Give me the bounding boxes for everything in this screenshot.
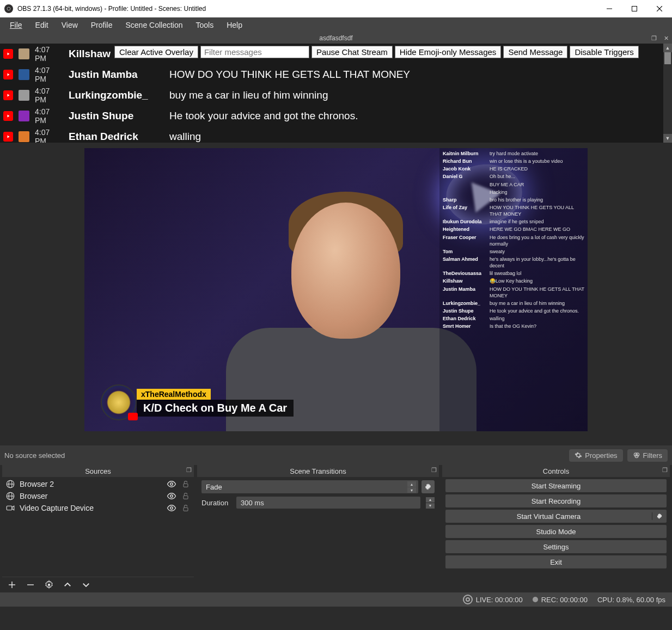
overlay-chat-text: Hacking bbox=[490, 189, 584, 195]
message-time: 4:07 PM bbox=[35, 66, 63, 83]
overlay-chat-row: Smrt HomerIs that the OG Kevin? bbox=[443, 323, 584, 329]
settings-button[interactable]: Settings bbox=[445, 540, 667, 553]
overlay-chat-username: Tom bbox=[443, 248, 486, 255]
svg-point-38 bbox=[48, 584, 51, 586]
filter-messages-input[interactable] bbox=[200, 46, 309, 58]
window-minimize-button[interactable] bbox=[597, 0, 622, 17]
disable-triggers-button[interactable]: Disable Triggers bbox=[570, 46, 638, 58]
overlay-chat-username: Justin Mamba bbox=[443, 286, 486, 299]
exit-button[interactable]: Exit bbox=[445, 555, 667, 568]
duration-input[interactable]: 300 ms bbox=[236, 497, 420, 509]
duration-spin-up[interactable]: ▴ bbox=[426, 497, 435, 503]
overlay-chat-username: Justin Shupe bbox=[443, 308, 486, 314]
start-virtual-camera-button[interactable]: Start Virtual Camera bbox=[445, 510, 667, 523]
pause-chat-button[interactable]: Pause Chat Stream bbox=[311, 46, 393, 58]
lock-toggle[interactable] bbox=[181, 503, 191, 513]
properties-button[interactable]: Properties bbox=[569, 449, 622, 462]
source-row[interactable]: Browser bbox=[2, 490, 194, 502]
overlay-chat-row: HeightenedHERE WE GO BMAC HERE WE GO bbox=[443, 226, 584, 233]
dock-close-button[interactable]: ✕ bbox=[660, 33, 672, 44]
source-row[interactable]: Video Capture Device bbox=[2, 502, 194, 514]
svg-point-29 bbox=[170, 495, 173, 498]
visibility-toggle[interactable] bbox=[167, 491, 176, 501]
message-time: 4:07 PM bbox=[35, 45, 63, 63]
chat-scrollbar[interactable]: ▲ ▼ bbox=[663, 44, 672, 143]
duration-spin-down[interactable]: ▾ bbox=[426, 503, 435, 509]
lock-toggle[interactable] bbox=[181, 479, 191, 489]
gear-icon bbox=[424, 482, 432, 491]
transition-settings-button[interactable] bbox=[421, 480, 435, 493]
lock-toggle[interactable] bbox=[181, 491, 191, 501]
transition-select[interactable]: Fade ▴ ▾ bbox=[201, 480, 418, 493]
overlay-chat-row: Daniel GOh but he... bbox=[443, 173, 584, 180]
virtual-camera-settings-button[interactable] bbox=[652, 512, 667, 520]
overlay-chat-row: Tomsweaty bbox=[443, 248, 584, 255]
window-close-button[interactable] bbox=[647, 0, 672, 17]
scroll-down-button[interactable]: ▼ bbox=[663, 134, 672, 143]
chat-message-row[interactable]: 4:07 PMJustin MambaHOW DO YOU THINK HE G… bbox=[0, 64, 672, 85]
message-username: Justin Shupe bbox=[69, 110, 164, 122]
chat-message-row[interactable]: 4:07 PMEthan Dedrickwalling bbox=[0, 126, 672, 143]
overlay-chat-row: Salman Ahmedhe's always in your lobby...… bbox=[443, 256, 584, 269]
start-recording-button[interactable]: Start Recording bbox=[445, 494, 667, 507]
dock-popout-button[interactable]: ❐ bbox=[648, 33, 660, 44]
chat-message-row[interactable]: 4:07 PMJustin ShupeHe took your advice a… bbox=[0, 106, 672, 126]
overlay-chat-username: Sharp bbox=[443, 197, 486, 203]
stream-title: K/D Check on Buy Me A Car bbox=[137, 400, 294, 417]
transition-spin-up[interactable]: ▴ bbox=[407, 481, 416, 487]
window-maximize-button[interactable] bbox=[622, 0, 647, 17]
menu-file[interactable]: File bbox=[3, 19, 29, 32]
preview-canvas[interactable]: Kaitnin Milburntry hard mode activateRic… bbox=[84, 148, 588, 431]
broadcast-icon bbox=[463, 595, 473, 604]
source-row[interactable]: Browser 2 bbox=[2, 478, 194, 490]
overlay-chat-text: try hard mode activate bbox=[490, 150, 584, 157]
filters-label: Filters bbox=[643, 451, 662, 460]
overlay-chat-username bbox=[443, 181, 486, 188]
svg-rect-30 bbox=[184, 496, 188, 499]
overlay-chat-text: Is that the OG Kevin? bbox=[490, 323, 584, 329]
menu-help[interactable]: Help bbox=[220, 19, 249, 32]
menu-view[interactable]: View bbox=[55, 19, 84, 32]
menu-scene-collection[interactable]: Scene Collection bbox=[119, 19, 189, 32]
user-avatar bbox=[19, 48, 29, 59]
overlay-chat-text: HE IS CRACKED bbox=[490, 166, 584, 172]
overlay-chat-text: lil sweatbag lol bbox=[490, 270, 584, 277]
message-username: Justin Mamba bbox=[69, 69, 164, 81]
move-source-down-button[interactable] bbox=[81, 579, 91, 590]
send-message-button[interactable]: Send Message bbox=[503, 46, 567, 58]
remove-source-button[interactable] bbox=[25, 579, 36, 590]
menu-profile[interactable]: Profile bbox=[84, 19, 119, 32]
scroll-thumb[interactable] bbox=[664, 52, 671, 64]
user-avatar bbox=[19, 111, 29, 121]
studio-mode-button[interactable]: Studio Mode bbox=[445, 525, 667, 538]
clear-overlay-button[interactable]: Clear Active Overlay bbox=[114, 46, 198, 58]
overlay-chat-text: He does bring you a lot of cash very qui… bbox=[490, 234, 584, 247]
filters-button[interactable]: Filters bbox=[627, 449, 668, 462]
menu-edit[interactable]: Edit bbox=[29, 19, 55, 32]
overlay-chat-username: Salman Ahmed bbox=[443, 256, 486, 269]
move-source-up-button[interactable] bbox=[62, 579, 73, 590]
overlay-chat-username: Killshaw bbox=[443, 278, 486, 284]
obs-logo-icon bbox=[4, 4, 13, 13]
controls-popout-button[interactable]: ❐ bbox=[662, 467, 668, 474]
no-source-label: No source selected bbox=[4, 451, 565, 460]
menu-tools[interactable]: Tools bbox=[190, 19, 221, 32]
source-settings-button[interactable] bbox=[44, 579, 54, 590]
overlay-chat-row: Kaitnin Milburntry hard mode activate bbox=[443, 150, 584, 157]
visibility-toggle[interactable] bbox=[167, 503, 176, 513]
hide-emoji-button[interactable]: Hide Emoji-only Messages bbox=[395, 46, 502, 58]
visibility-toggle[interactable] bbox=[167, 479, 176, 489]
scroll-up-button[interactable]: ▲ bbox=[663, 44, 672, 52]
transitions-popout-button[interactable]: ❐ bbox=[431, 467, 437, 474]
overlay-chat-text: HOW DO YOU THINK HE GETS ALL THAT MONEY bbox=[490, 286, 584, 299]
overlay-chat-text: Oh but he... bbox=[490, 173, 584, 180]
start-streaming-button[interactable]: Start Streaming bbox=[445, 479, 667, 492]
gear-icon bbox=[575, 451, 582, 459]
sources-popout-button[interactable]: ❐ bbox=[186, 467, 192, 474]
transition-spin-down[interactable]: ▾ bbox=[407, 487, 416, 493]
overlay-chat-text: buy me a car in lieu of him winning bbox=[490, 300, 584, 307]
user-avatar bbox=[19, 131, 29, 142]
add-source-button[interactable] bbox=[7, 579, 17, 590]
scene-transitions-panel: Scene Transitions ❐ Fade ▴ ▾ Duration bbox=[197, 465, 439, 592]
chat-message-row[interactable]: 4:07 PMLurkingzombie_buy me a car in lie… bbox=[0, 85, 672, 106]
